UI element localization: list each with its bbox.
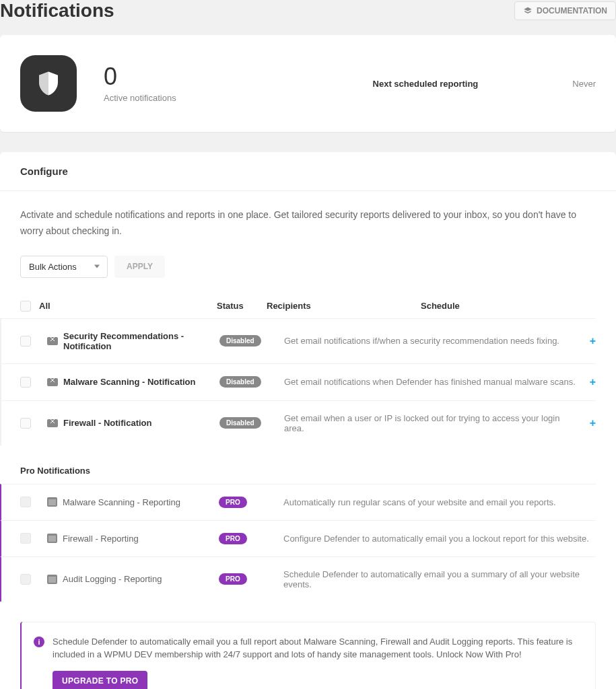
status-badge: Disabled bbox=[219, 335, 261, 347]
row-description: Automatically run regular scans of your … bbox=[269, 497, 596, 507]
shield-icon bbox=[20, 55, 77, 112]
bulk-actions-select[interactable]: Bulk Actions bbox=[20, 256, 108, 278]
notification-row: Malware Scanning - NotificationDisabledG… bbox=[0, 363, 596, 400]
notification-row: Firewall - NotificationDisabledGet email… bbox=[0, 400, 596, 445]
row-description: Get email notifications when Defender ha… bbox=[269, 377, 576, 387]
upgrade-to-pro-button[interactable]: UPGRADE TO PRO bbox=[53, 671, 147, 689]
active-label: Active notifications bbox=[104, 93, 176, 103]
page-title: Notifications bbox=[0, 0, 114, 22]
calendar-icon bbox=[47, 534, 57, 543]
row-checkbox[interactable] bbox=[20, 377, 31, 388]
col-all: All bbox=[39, 301, 217, 311]
pro-notification-row: Malware Scanning - ReportingPROAutomatic… bbox=[0, 484, 596, 520]
pro-badge: PRO bbox=[219, 497, 247, 508]
next-scheduled-value: Never bbox=[572, 79, 596, 89]
mail-icon bbox=[47, 419, 58, 427]
table-header: All Status Recipients Schedule bbox=[20, 294, 596, 318]
calendar-icon bbox=[47, 575, 57, 584]
row-checkbox[interactable] bbox=[20, 336, 31, 347]
select-all-checkbox[interactable] bbox=[20, 301, 31, 312]
configure-intro: Activate and schedule notifications and … bbox=[20, 207, 596, 240]
row-title: Firewall - Notification bbox=[63, 418, 219, 428]
pro-badge: PRO bbox=[219, 573, 247, 585]
mail-icon bbox=[47, 378, 58, 386]
col-status: Status bbox=[217, 301, 267, 311]
info-icon: i bbox=[34, 637, 44, 647]
documentation-icon bbox=[523, 6, 533, 15]
row-checkbox-disabled bbox=[20, 533, 31, 544]
notification-row: Security Recommendations - NotificationD… bbox=[0, 318, 596, 363]
expand-button[interactable]: + bbox=[576, 335, 596, 347]
upsell-box: i Schedule Defender to automatically ema… bbox=[20, 622, 596, 689]
col-schedule: Schedule bbox=[421, 301, 569, 311]
row-description: Get email when a user or IP is locked ou… bbox=[269, 413, 576, 433]
mail-icon bbox=[47, 337, 58, 345]
row-title: Security Recommendations - Notification bbox=[63, 331, 219, 351]
status-badge: Disabled bbox=[219, 376, 261, 388]
row-title: Audit Logging - Reporting bbox=[63, 574, 219, 584]
upsell-text: Schedule Defender to automatically email… bbox=[53, 635, 582, 661]
apply-button[interactable]: APPLY bbox=[114, 256, 165, 278]
row-title: Malware Scanning - Reporting bbox=[63, 497, 219, 507]
row-title: Malware Scanning - Notification bbox=[63, 377, 219, 387]
documentation-label: DOCUMENTATION bbox=[537, 6, 607, 15]
next-scheduled-label: Next scheduled reporting bbox=[373, 79, 479, 89]
expand-button[interactable]: + bbox=[576, 417, 596, 429]
summary-card: 0 Active notifications Next scheduled re… bbox=[0, 35, 616, 132]
pro-badge: PRO bbox=[219, 533, 247, 544]
status-badge: Disabled bbox=[219, 417, 261, 429]
documentation-button[interactable]: DOCUMENTATION bbox=[514, 1, 616, 20]
active-count: 0 bbox=[104, 65, 176, 89]
pro-notifications-heading: Pro Notifications bbox=[0, 466, 596, 476]
row-checkbox-disabled bbox=[20, 574, 31, 585]
configure-heading: Configure bbox=[0, 152, 616, 191]
row-description: Configure Defender to automatically emai… bbox=[269, 534, 596, 544]
configure-card: Configure Activate and schedule notifica… bbox=[0, 152, 616, 689]
row-title: Firewall - Reporting bbox=[63, 534, 219, 544]
row-checkbox[interactable] bbox=[20, 418, 31, 429]
calendar-icon bbox=[47, 497, 57, 507]
expand-button[interactable]: + bbox=[576, 376, 596, 388]
pro-notification-row: Firewall - ReportingPROConfigure Defende… bbox=[0, 520, 596, 556]
pro-notification-row: Audit Logging - ReportingPROSchedule Def… bbox=[0, 556, 596, 602]
row-description: Get email notifications if/when a securi… bbox=[269, 336, 576, 346]
col-recipients: Recipients bbox=[267, 301, 421, 311]
row-description: Schedule Defender to automatically email… bbox=[269, 569, 596, 589]
row-checkbox-disabled bbox=[20, 497, 31, 507]
